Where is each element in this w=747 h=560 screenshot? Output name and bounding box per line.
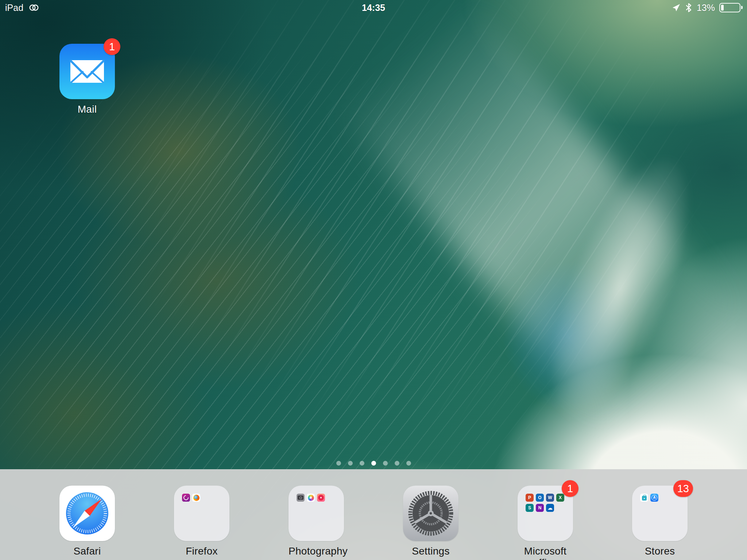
dock-label-microsoft-office: Microsoft office — [518, 545, 573, 560]
dock: Safari Firefox Photography — [0, 469, 747, 560]
firefox-folder-icon[interactable] — [174, 486, 229, 541]
location-icon — [672, 3, 681, 12]
battery-icon — [719, 3, 740, 12]
microsoft-office-badge: 1 — [562, 480, 578, 497]
safari-compass-icon — [59, 486, 115, 541]
dock-item-settings[interactable]: Settings — [403, 486, 458, 560]
powerpoint-mini-glyph: P — [528, 495, 531, 500]
page-dot[interactable] — [348, 461, 353, 466]
dock-item-microsoft-office-folder[interactable]: POWXSN☁ 1 Microsoft office — [518, 486, 573, 560]
stores-badge: 13 — [673, 480, 693, 497]
dock-label-stores: Stores — [632, 545, 688, 557]
dock-item-stores-folder[interactable]: A 13 Stores — [632, 486, 688, 560]
dock-item-firefox-folder[interactable]: Firefox — [174, 486, 229, 560]
camera-mini-icon — [297, 494, 305, 502]
meitu-mini-icon — [317, 494, 325, 502]
dock-label-settings: Settings — [403, 545, 458, 557]
battery-fill — [721, 5, 724, 11]
photos-mini-icon — [307, 494, 315, 502]
firefox-mini-icon — [192, 494, 200, 502]
excel-mini-icon: X — [556, 494, 564, 502]
battery-percent: 13% — [697, 3, 715, 13]
onedrive-mini-glyph: ☁ — [547, 505, 553, 510]
dock-item-safari[interactable]: Safari — [59, 486, 115, 560]
onedrive-mini-icon: ☁ — [546, 504, 554, 512]
page-dot-active[interactable] — [371, 461, 376, 466]
settings-gear-icon — [403, 486, 458, 541]
dock-label-safari: Safari — [59, 545, 115, 557]
settings-app-icon[interactable] — [403, 486, 458, 541]
page-dot[interactable] — [395, 461, 399, 466]
app-store-mini-icon: A — [650, 494, 658, 502]
page-dot[interactable] — [336, 461, 341, 466]
bluetooth-icon — [685, 3, 692, 13]
outlook-mini-glyph: O — [538, 495, 541, 500]
dock-label-firefox: Firefox — [174, 545, 229, 557]
photography-folder-icon[interactable] — [289, 486, 344, 541]
safari-app-icon[interactable] — [59, 486, 115, 541]
mail-app-label: Mail — [59, 104, 115, 115]
app-mail[interactable]: 1 Mail — [59, 44, 115, 115]
page-dot[interactable] — [383, 461, 388, 466]
word-mini-glyph: W — [548, 495, 552, 500]
ipad-home-screen: iPad 14:35 13% 1 — [0, 0, 747, 560]
word-mini-icon: W — [546, 494, 554, 502]
status-bar: iPad 14:35 13% — [0, 0, 747, 15]
page-dot[interactable] — [406, 461, 411, 466]
dock-label-photography: Photography — [289, 545, 344, 557]
sharepoint-mini-icon: S — [526, 504, 534, 512]
outlook-mini-icon: O — [536, 494, 544, 502]
powerpoint-mini-icon: P — [526, 494, 534, 502]
mail-app-icon[interactable]: 1 — [59, 44, 115, 99]
clock: 14:35 — [362, 3, 385, 13]
sharepoint-mini-glyph: S — [528, 506, 531, 510]
onenote-mini-icon: N — [536, 504, 544, 512]
page-dots[interactable] — [0, 461, 747, 466]
onenote-mini-glyph: N — [538, 506, 542, 510]
apple-store-mini-icon — [640, 494, 648, 502]
excel-mini-glyph: X — [559, 495, 562, 500]
dock-item-photography-folder[interactable]: Photography — [289, 486, 344, 560]
mail-badge: 1 — [104, 38, 120, 55]
app-store-mini-glyph: A — [653, 496, 655, 499]
firefox-focus-mini-icon — [182, 494, 190, 502]
page-dot[interactable] — [360, 461, 364, 466]
